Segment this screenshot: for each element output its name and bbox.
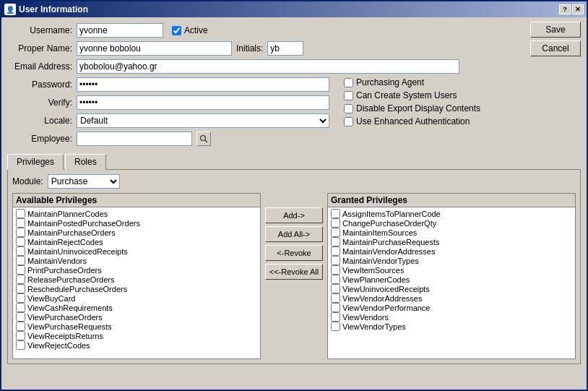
granted-privileges-list[interactable]: AssignItemsToPlannerCodeChangePurchaseOr…	[328, 207, 575, 332]
available-privilege-item[interactable]: ReleasePurchaseOrders	[14, 275, 259, 284]
priv-checkbox[interactable]	[331, 237, 340, 246]
available-privilege-item[interactable]: MaintainPlannerCodes	[14, 209, 259, 218]
priv-checkbox[interactable]	[331, 303, 340, 312]
purchasing-agent-checkbox[interactable]	[344, 78, 353, 87]
priv-checkbox[interactable]	[331, 275, 340, 284]
available-privilege-item[interactable]: ViewReceiptsReturns	[14, 331, 259, 340]
employee-input[interactable]	[77, 132, 192, 146]
active-row: Active	[172, 25, 208, 35]
priv-checkbox[interactable]	[331, 293, 340, 303]
priv-checkbox[interactable]	[16, 322, 25, 331]
purchasing-agent-row: Purchasing Agent	[344, 77, 480, 87]
priv-checkbox[interactable]	[16, 303, 25, 312]
priv-checkbox[interactable]	[331, 246, 340, 256]
propername-label: Proper Name:	[7, 43, 72, 53]
priv-checkbox[interactable]	[16, 293, 25, 303]
user-information-window: 👤 User Information ? ✕ Save Cancel Usern…	[0, 0, 588, 391]
priv-checkbox[interactable]	[16, 237, 25, 246]
priv-checkbox[interactable]	[16, 331, 25, 340]
username-input[interactable]	[77, 23, 163, 38]
password-input[interactable]	[77, 77, 329, 92]
granted-privilege-item[interactable]: MaintainVendorAddresses	[329, 246, 574, 256]
save-button[interactable]: Save	[530, 22, 581, 38]
locale-row: Locale: Default	[7, 113, 329, 128]
disable-export-checkbox[interactable]	[344, 104, 353, 113]
email-input[interactable]	[77, 59, 459, 74]
priv-checkbox[interactable]	[16, 284, 25, 293]
add-button[interactable]: Add->	[265, 207, 323, 223]
cancel-button[interactable]: Cancel	[530, 40, 581, 56]
help-button[interactable]: ?	[559, 4, 571, 14]
available-privilege-item[interactable]: ViewPurchaseOrders	[14, 312, 259, 322]
priv-checkbox[interactable]	[16, 256, 25, 265]
purchasing-agent-label: Purchasing Agent	[356, 77, 424, 87]
granted-privilege-item[interactable]: ViewVendorTypes	[329, 322, 574, 331]
granted-privilege-item[interactable]: ViewItemSources	[329, 265, 574, 275]
granted-privilege-item[interactable]: ViewVendors	[329, 312, 574, 322]
priv-checkbox[interactable]	[16, 275, 25, 284]
active-label: Active	[184, 25, 208, 35]
available-privilege-item[interactable]: ViewRejectCodes	[14, 340, 259, 350]
granted-privilege-item[interactable]: ViewPlannerCodes	[329, 275, 574, 284]
locale-select[interactable]: Default	[77, 113, 329, 128]
can-create-users-checkbox[interactable]	[344, 91, 353, 100]
priv-checkbox[interactable]	[331, 228, 340, 237]
add-all-button[interactable]: Add All->	[265, 226, 323, 242]
granted-privilege-item[interactable]: ChangePurchaseOrderQty	[329, 218, 574, 228]
priv-checkbox[interactable]	[16, 265, 25, 275]
priv-checkbox[interactable]	[16, 340, 25, 350]
available-privilege-item[interactable]: ViewCashRequirements	[14, 303, 259, 312]
priv-checkbox[interactable]	[331, 209, 340, 218]
available-privilege-item[interactable]: ReschedulePurchaseOrders	[14, 284, 259, 293]
available-privilege-item[interactable]: MaintainUninvoicedReceipts	[14, 246, 259, 256]
granted-privileges-panel: Granted Privileges AssignItemsToPlannerC…	[327, 193, 576, 359]
priv-checkbox[interactable]	[331, 218, 340, 228]
granted-privilege-item[interactable]: MaintainPurchaseRequests	[329, 237, 574, 246]
granted-privilege-item[interactable]: ViewVendorPerformance	[329, 303, 574, 312]
verify-input[interactable]	[77, 95, 329, 110]
revoke-button[interactable]: <-Revoke	[265, 245, 323, 261]
priv-checkbox[interactable]	[16, 209, 25, 218]
employee-search-button[interactable]	[196, 132, 211, 146]
available-privilege-item[interactable]: MaintainRejectCodes	[14, 237, 259, 246]
tab-roles[interactable]: Roles	[65, 154, 106, 170]
granted-privilege-item[interactable]: ViewVendorAddresses	[329, 293, 574, 303]
granted-privilege-item[interactable]: ViewUninvoicedReceipts	[329, 284, 574, 293]
initials-input[interactable]	[267, 41, 303, 56]
available-privilege-item[interactable]: ViewBuyCard	[14, 293, 259, 303]
privileges-container: Available Privileges MaintainPlannerCode…	[12, 193, 576, 359]
title-bar: 👤 User Information ? ✕	[1, 1, 587, 17]
available-privilege-item[interactable]: MaintainPostedPurchaseOrders	[14, 218, 259, 228]
employee-row: Employee:	[7, 132, 329, 146]
disable-export-label: Disable Export Display Contents	[356, 103, 480, 113]
priv-checkbox[interactable]	[331, 312, 340, 322]
propername-row: Proper Name: Initials:	[7, 41, 581, 56]
priv-checkbox[interactable]	[331, 256, 340, 265]
priv-checkbox[interactable]	[331, 322, 340, 331]
granted-privilege-item[interactable]: MaintainVendorTypes	[329, 256, 574, 265]
close-button[interactable]: ✕	[572, 4, 584, 14]
use-enhanced-auth-checkbox[interactable]	[344, 117, 353, 126]
revoke-all-button[interactable]: <<-Revoke All	[265, 264, 323, 280]
active-checkbox[interactable]	[172, 26, 181, 35]
available-privileges-list[interactable]: MaintainPlannerCodesMaintainPostedPurcha…	[13, 207, 260, 351]
available-privilege-item[interactable]: PrintPurchaseOrders	[14, 265, 259, 275]
granted-privilege-item[interactable]: MaintainItemSources	[329, 228, 574, 237]
priv-checkbox[interactable]	[16, 246, 25, 256]
propername-input[interactable]	[77, 41, 232, 56]
granted-privilege-item[interactable]: AssignItemsToPlannerCode	[329, 209, 574, 218]
transfer-buttons: Add-> Add All-> <-Revoke <<-Revoke All	[265, 193, 323, 280]
priv-checkbox[interactable]	[331, 284, 340, 293]
available-privilege-item[interactable]: ViewPurchaseRequests	[14, 322, 259, 331]
can-create-users-row: Can Create System Users	[344, 90, 480, 100]
priv-checkbox[interactable]	[16, 228, 25, 237]
available-privilege-item[interactable]: MaintainVendors	[14, 256, 259, 265]
priv-checkbox[interactable]	[331, 265, 340, 275]
window-icon: 👤	[4, 4, 16, 15]
username-label: Username:	[7, 25, 72, 35]
module-select[interactable]: Purchase Sales Inventory Finance	[48, 174, 120, 189]
tab-privileges[interactable]: Privileges	[7, 154, 64, 170]
priv-checkbox[interactable]	[16, 312, 25, 322]
priv-checkbox[interactable]	[16, 218, 25, 228]
available-privilege-item[interactable]: MaintainPurchaseOrders	[14, 228, 259, 237]
